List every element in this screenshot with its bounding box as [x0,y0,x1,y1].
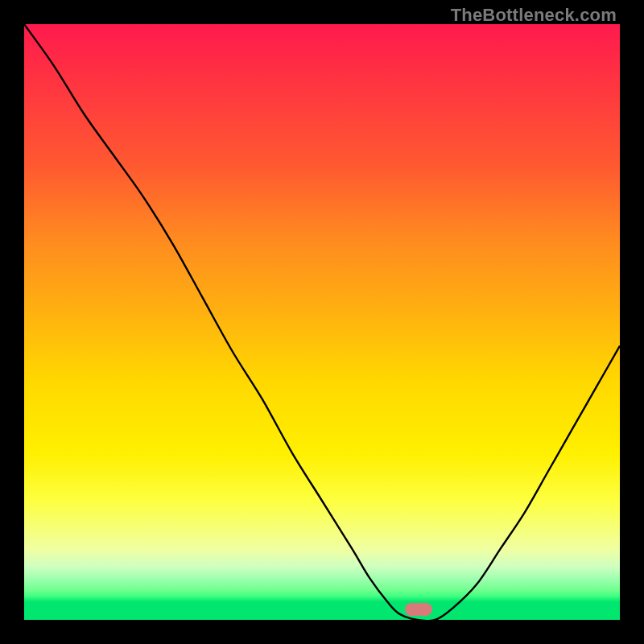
watermark-label: TheBottleneck.com [451,5,617,26]
bottleneck-curve [24,24,620,620]
chart-frame: TheBottleneck.com [0,0,644,644]
optimal-point-marker [405,603,432,616]
curve-path [24,24,620,620]
plot-area [24,24,620,620]
